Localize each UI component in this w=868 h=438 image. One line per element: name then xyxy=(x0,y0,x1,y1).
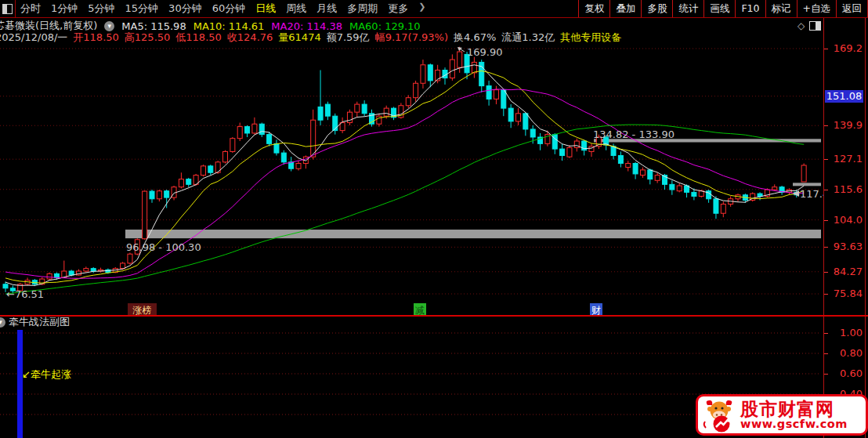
candle-body xyxy=(633,164,638,174)
axis-tick xyxy=(824,374,828,375)
axis-tick xyxy=(824,272,828,273)
candle-body xyxy=(458,52,462,67)
candle-body xyxy=(230,139,235,152)
button-多股[interactable]: 多股 xyxy=(641,0,672,17)
button-标记[interactable]: 标记 xyxy=(765,0,797,17)
sub-tick-label: 1.00 xyxy=(826,327,863,339)
ma5-line xyxy=(5,65,804,286)
sub-tick-label: 0.60 xyxy=(826,367,863,380)
timeframe-toolbar: 分时1分钟5分钟15分钟30分钟60分钟日线周线月线多周期更多❯ 复权叠加多股统… xyxy=(0,0,868,18)
candle-body xyxy=(84,269,89,271)
sub-indicator-header[interactable]: ▾ 牵牛战法副图 xyxy=(0,317,70,328)
tab-5分钟[interactable]: 5分钟 xyxy=(88,2,114,16)
candle-body xyxy=(165,191,169,197)
ma10-line xyxy=(5,71,804,284)
quote-field: 其他专用设备 xyxy=(560,31,621,45)
price-annotation: 96.98 - 100.30 xyxy=(126,241,201,253)
panel-divider[interactable] xyxy=(0,315,868,317)
tab-分时[interactable]: 分时 xyxy=(20,2,41,16)
axis-tick xyxy=(824,333,828,334)
candle-body xyxy=(143,191,147,239)
panel-toggle-icon[interactable] xyxy=(2,4,13,14)
price-tick-label: 139.9 xyxy=(826,119,863,132)
button-返回[interactable]: 返回 xyxy=(836,0,868,17)
candle-body xyxy=(223,151,228,161)
price-tick-label: 104.0 xyxy=(826,214,863,226)
candle-body xyxy=(421,65,425,83)
tab-30分钟[interactable]: 30分钟 xyxy=(168,2,202,16)
price-annotation: 134.82 - 133.90 xyxy=(593,129,675,140)
tab-周线[interactable]: 周线 xyxy=(286,2,306,16)
axis-tick xyxy=(824,247,828,248)
candle-body xyxy=(692,192,696,196)
button-F10[interactable]: F10 xyxy=(735,0,765,17)
ma20-line xyxy=(5,89,804,278)
candle-body xyxy=(772,187,777,190)
price-band xyxy=(793,183,821,186)
candle-body xyxy=(648,170,653,179)
candle-body xyxy=(362,104,367,114)
button-复权[interactable]: 复权 xyxy=(578,0,609,17)
candle-body xyxy=(208,166,213,172)
candle-body xyxy=(428,65,432,81)
tab-1分钟[interactable]: 1分钟 xyxy=(51,2,78,16)
price-annotation: 117.49 xyxy=(800,188,824,200)
candle-body xyxy=(355,104,360,112)
candle-body xyxy=(414,83,418,97)
toolbar-divider xyxy=(15,0,16,17)
site-name: 股市财富网 xyxy=(740,400,848,418)
candle-body xyxy=(486,86,491,100)
price-tick-label: 115.6 xyxy=(826,183,863,196)
quote-field: 流通1.32亿 xyxy=(501,31,555,45)
candle-body xyxy=(508,108,513,121)
candle-body xyxy=(450,60,454,78)
tab-月线[interactable]: 月线 xyxy=(316,2,337,16)
candle-body xyxy=(347,112,352,122)
split-panel-icon[interactable] xyxy=(809,21,821,31)
price-axis: 169.2139.9127.1115.6104.093.6384.2775.84… xyxy=(823,18,866,438)
candle-body xyxy=(574,141,579,147)
button-统计[interactable]: 统计 xyxy=(672,0,703,17)
axis-tick xyxy=(824,220,828,221)
candle-body xyxy=(274,143,279,153)
candle-body xyxy=(384,108,389,116)
candle-body xyxy=(670,184,675,190)
tab-更多[interactable]: 更多 xyxy=(388,2,408,16)
button-叠加[interactable]: 叠加 xyxy=(609,0,641,17)
candle-body xyxy=(311,120,316,157)
candle-body xyxy=(281,153,286,162)
candle-body xyxy=(721,204,725,213)
stock-chart-app: 分时1分钟5分钟15分钟30分钟60分钟日线周线月线多周期更多❯ 复权叠加多股统… xyxy=(0,0,868,438)
sub-indicator-title: 牵牛战法副图 xyxy=(9,315,70,329)
price-tick-label: 169.2 xyxy=(826,42,863,55)
button-画线[interactable]: 画线 xyxy=(703,0,735,17)
axis-tick xyxy=(824,190,828,190)
toolbar-right-buttons: 复权叠加多股统计画线F10标记+自选返回 xyxy=(578,0,868,17)
chart-corner-controls: ◇ xyxy=(797,20,821,31)
candle-body xyxy=(128,254,132,263)
candlestick-chart[interactable]: 169.90134.82 - 133.9096.98 - 100.30←76.5… xyxy=(0,18,824,316)
candle-body xyxy=(406,98,410,106)
signal-bar xyxy=(17,330,23,438)
chevron-down-icon[interactable]: ▾ xyxy=(0,317,5,328)
price-annotation: ←76.51 xyxy=(6,288,44,300)
axis-tick xyxy=(824,294,828,295)
tab-60分钟[interactable]: 60分钟 xyxy=(212,2,246,16)
candle-body xyxy=(150,191,154,199)
bull-logo-icon xyxy=(701,398,737,433)
chevron-down-icon[interactable]: ▾ xyxy=(104,21,114,31)
candle-body xyxy=(618,155,623,163)
diamond-icon[interactable]: ◇ xyxy=(797,20,805,31)
candle-body xyxy=(245,127,250,133)
candle-body xyxy=(296,164,301,169)
price-tick-label: 127.1 xyxy=(826,153,863,165)
tab-15分钟[interactable]: 15分钟 xyxy=(125,2,159,16)
highlighted-price-badge: 151.08 xyxy=(825,90,863,103)
tab-日线[interactable]: 日线 xyxy=(255,2,276,16)
tab-多周期[interactable]: 多周期 xyxy=(347,2,378,16)
chevron-right-icon[interactable]: ❯ xyxy=(418,2,425,16)
price-band xyxy=(125,230,821,238)
button-自选[interactable]: +自选 xyxy=(797,0,836,17)
candle-body xyxy=(47,273,52,279)
quote-info-row: 2025/12/08/一开118.50高125.50低118.50收124.76… xyxy=(0,31,621,45)
